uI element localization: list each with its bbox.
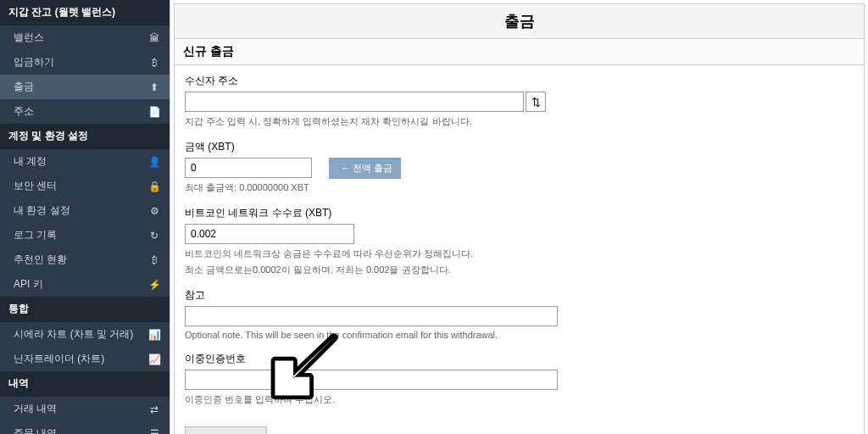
sidebar-item-label: 내 환경 설정 xyxy=(14,203,70,218)
sidebar-header: 계정 및 환경 설정 xyxy=(0,124,170,149)
sidebar-item-icon: ⬆ xyxy=(147,81,161,93)
sidebar-item-icon: ⚙ xyxy=(147,205,161,217)
amount-max: 최대 출금액: 0.00000000 XBT xyxy=(185,181,312,194)
sidebar-item-label: 보안 센터 xyxy=(14,179,57,193)
amount-label: 금액 (XBT) xyxy=(185,140,854,154)
withdraw-form: 수신자 주소 ⇅ 지갑 주소 입력 시, 정확하게 입력하셨는지 재차 확인하시… xyxy=(175,65,864,434)
sidebar-item[interactable]: API 키⚡ xyxy=(0,272,170,297)
submit-withdraw-button[interactable]: ⬆ 출금 제출 xyxy=(185,426,267,434)
sidebar-item-label: 거래 내역 xyxy=(14,402,57,416)
sidebar: 지갑 잔고 (월렛 밸런스)밸런스🏛입금하기₿출금⬆주소📄계정 및 환경 설정내… xyxy=(0,0,170,434)
sidebar-item[interactable]: 내 환경 설정⚙ xyxy=(0,198,170,223)
recipient-dropdown-toggle[interactable]: ⇅ xyxy=(526,92,546,112)
sidebar-item[interactable]: 추천인 현황₿ xyxy=(0,248,170,272)
fee-input[interactable] xyxy=(185,224,354,244)
sidebar-item-icon: ↻ xyxy=(147,230,161,242)
fee-label: 비트코인 네트워크 수수료 (XBT) xyxy=(185,206,854,220)
main-content: 출금 신규 출금 수신자 주소 ⇅ 지갑 주소 입력 시, 정확하게 입력하셨는… xyxy=(170,0,868,434)
sidebar-header: 지갑 잔고 (월렛 밸런스) xyxy=(0,0,170,25)
sidebar-item-label: 주문 내역 xyxy=(14,426,57,434)
note-label: 참고 xyxy=(185,288,854,303)
sidebar-item-icon: 🏛 xyxy=(147,32,161,44)
recipient-field: 수신자 주소 ⇅ 지갑 주소 입력 시, 정확하게 입력하셨는지 재차 확인하시… xyxy=(185,74,854,128)
sidebar-item-icon: 📈 xyxy=(147,353,161,365)
sidebar-item[interactable]: 내 계정👤 xyxy=(0,149,170,174)
sidebar-item-label: 닌자트레이더 (차트) xyxy=(14,352,104,366)
twofa-helper: 이중인증 번호를 입력하여 주십시오. xyxy=(185,393,854,406)
sidebar-item[interactable]: 로그 기록↻ xyxy=(0,223,170,248)
sidebar-item[interactable]: 시에라 차트 (차트 및 거래)📊 xyxy=(0,322,170,347)
recipient-helper: 지갑 주소 입력 시, 정확하게 입력하셨는지 재차 확인하시길 바랍니다. xyxy=(185,115,854,128)
sidebar-item-label: API 키 xyxy=(14,277,43,292)
full-amount-button[interactable]: ← 전액 출금 xyxy=(329,158,401,179)
sidebar-item[interactable]: 보안 센터🔒 xyxy=(0,174,170,198)
sidebar-item-icon: 🔒 xyxy=(147,181,161,192)
fee-field: 비트코인 네트워크 수수료 (XBT) 비트코인의 네트워크상 송금은 수수료에… xyxy=(185,206,854,276)
twofa-field: 이중인증번호 이중인증 번호를 입력하여 주십시오. xyxy=(185,352,854,406)
sidebar-item-icon: ₿ xyxy=(147,57,161,69)
amount-input[interactable] xyxy=(185,158,312,178)
sidebar-item-label: 로그 기록 xyxy=(14,228,57,242)
sidebar-item-label: 밸런스 xyxy=(14,31,44,45)
note-input[interactable] xyxy=(185,306,558,326)
fee-helper2: 최소 금액으로는0.0002이 필요하며, 저희는 0.002을 권장합니다. xyxy=(185,264,854,276)
sidebar-item[interactable]: 닌자트레이더 (차트)📈 xyxy=(0,347,170,371)
sidebar-item-icon: 👤 xyxy=(147,156,161,168)
sidebar-item-label: 주소 xyxy=(14,104,34,119)
note-field: 참고 Optional note. This will be seen in t… xyxy=(185,288,854,340)
sidebar-header: 통합 xyxy=(0,297,170,322)
sidebar-item-icon: ⚡ xyxy=(147,279,161,291)
sidebar-item-icon: ₿ xyxy=(147,254,161,266)
recipient-select[interactable] xyxy=(185,92,524,112)
sidebar-item-icon: 📄 xyxy=(147,106,161,118)
page-title: 출금 xyxy=(175,4,864,39)
sidebar-item[interactable]: 입금하기₿ xyxy=(0,50,170,75)
sidebar-item-icon: ☰ xyxy=(147,428,161,435)
twofa-input[interactable] xyxy=(185,370,558,390)
sidebar-item[interactable]: 주소📄 xyxy=(0,99,170,124)
sidebar-item-label: 입금하기 xyxy=(14,55,54,70)
updown-icon: ⇅ xyxy=(531,96,541,108)
fee-helper1: 비트코인의 네트워크상 송금은 수수료에 따라 우선순위가 정해집니다. xyxy=(185,248,854,260)
note-helper: Optional note. This will be seen in the … xyxy=(185,330,854,340)
recipient-label: 수신자 주소 xyxy=(185,74,854,88)
sidebar-item[interactable]: 주문 내역☰ xyxy=(0,421,170,434)
sidebar-item-label: 시에라 차트 (차트 및 거래) xyxy=(14,327,133,342)
sidebar-item-label: 출금 xyxy=(14,80,34,94)
new-withdraw-header: 신규 출금 xyxy=(175,39,864,65)
withdraw-panel: 출금 신규 출금 수신자 주소 ⇅ 지갑 주소 입력 시, 정확하게 입력하셨는… xyxy=(174,3,865,434)
amount-field: 금액 (XBT) 최대 출금액: 0.00000000 XBT ← 전액 출금 xyxy=(185,140,854,194)
sidebar-header: 내역 xyxy=(0,371,170,397)
sidebar-item-icon: ⇄ xyxy=(147,403,161,415)
twofa-label: 이중인증번호 xyxy=(185,352,854,366)
sidebar-item-label: 내 계정 xyxy=(14,154,47,169)
sidebar-item[interactable]: 출금⬆ xyxy=(0,75,170,99)
sidebar-item-icon: 📊 xyxy=(147,329,161,341)
sidebar-item[interactable]: 밸런스🏛 xyxy=(0,25,170,50)
sidebar-item[interactable]: 거래 내역⇄ xyxy=(0,397,170,421)
sidebar-item-label: 추천인 현황 xyxy=(14,253,67,267)
